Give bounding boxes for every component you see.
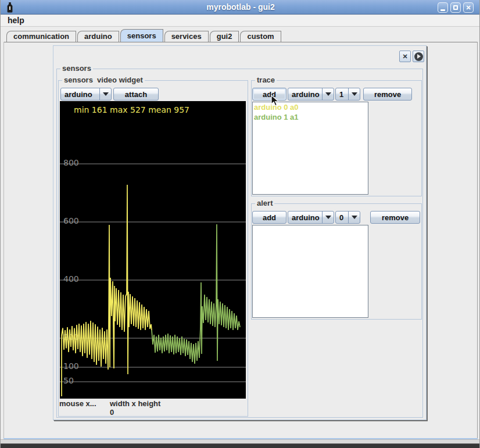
tab-custom[interactable]: custom <box>240 31 281 42</box>
sensor-trace-chart: 80060040020010050min 161 max 527 mean 95… <box>60 101 246 399</box>
mouse-cursor <box>271 95 280 110</box>
svg-text:100: 100 <box>63 361 79 371</box>
trace-remove-button[interactable]: remove <box>363 88 412 101</box>
trace-service-select-value: arduino <box>288 88 322 100</box>
svg-text:400: 400 <box>63 274 79 284</box>
status-width-height-value: 0 <box>110 408 114 417</box>
tab-communication[interactable]: communication <box>6 31 76 42</box>
alert-service-select[interactable]: arduino <box>288 211 334 224</box>
trace-add-button[interactable]: add <box>252 88 286 101</box>
window-title: myrobotlab - gui2 <box>1 2 480 12</box>
panel-close-button[interactable]: ✕ <box>399 51 411 62</box>
chevron-down-icon[interactable] <box>348 212 360 223</box>
alert-remove-button[interactable]: remove <box>370 211 420 224</box>
maximize-icon <box>453 5 458 10</box>
alert-add-button[interactable]: add <box>252 211 286 224</box>
alert-group-title: alert <box>255 199 274 207</box>
close-button[interactable]: ✕ <box>463 2 474 13</box>
play-icon <box>414 52 423 61</box>
video-widget-group-title: sensors video widget <box>62 76 145 84</box>
sensors-group-title: sensors <box>60 64 93 73</box>
svg-text:600: 600 <box>63 216 79 225</box>
tab-arduino[interactable]: arduino <box>77 31 119 42</box>
trace-pin-select[interactable]: 1 <box>335 88 360 101</box>
trace-chart-svg: 80060040020010050min 161 max 527 mean 95… <box>60 101 246 399</box>
trace-list[interactable]: arduino 0 a0arduino 1 a1 <box>252 102 368 195</box>
triangle-glyph <box>325 92 331 96</box>
desktop-strip <box>1 443 480 448</box>
chevron-down-icon[interactable] <box>322 212 334 223</box>
chevron-down-icon[interactable] <box>348 88 360 100</box>
trace-list-item[interactable]: arduino 1 a1 <box>253 112 368 122</box>
panel-close-icon: ✕ <box>402 53 407 60</box>
chevron-down-icon[interactable] <box>99 88 111 100</box>
trace-group-title: trace <box>255 76 277 84</box>
triangle-glyph <box>352 216 357 219</box>
status-mouse-xy: mouse x... <box>59 399 96 408</box>
svg-text:800: 800 <box>63 158 79 167</box>
tab-services[interactable]: services <box>164 31 209 42</box>
minimize-icon <box>440 9 445 11</box>
app-window: myrobotlab - gui2 ✕ help communication a… <box>0 0 480 448</box>
panel-play-button[interactable] <box>413 51 424 62</box>
maximize-button[interactable] <box>450 2 461 13</box>
tab-bar: communication arduino sensors services g… <box>6 29 282 42</box>
sensors-service-panel: ✕ sensors sensors video widget arduino a… <box>53 45 427 420</box>
alert-pin-select[interactable]: 0 <box>335 211 360 224</box>
video-service-select-value: arduino <box>61 88 99 100</box>
chevron-down-icon[interactable] <box>322 88 334 100</box>
alert-pin-select-value: 0 <box>336 212 348 223</box>
triangle-glyph <box>103 92 109 96</box>
status-width-height-label: width x height <box>110 399 160 408</box>
alert-service-select-value: arduino <box>288 212 322 223</box>
trace-list-item[interactable]: arduino 0 a0 <box>253 102 368 112</box>
attach-button[interactable]: attach <box>113 88 159 101</box>
video-service-select[interactable]: arduino <box>60 88 112 101</box>
svg-text:50: 50 <box>63 376 74 385</box>
svg-text:min 161 max 527 mean 957: min 161 max 527 mean 957 <box>74 105 189 114</box>
tab-gui2[interactable]: gui2 <box>210 31 239 42</box>
title-bar: myrobotlab - gui2 ✕ <box>1 0 480 15</box>
triangle-glyph <box>325 216 331 219</box>
frame-bottom-edge <box>1 439 480 443</box>
menu-bar: help <box>1 15 480 27</box>
trace-service-select[interactable]: arduino <box>288 88 334 101</box>
close-icon: ✕ <box>465 5 471 11</box>
menu-help[interactable]: help <box>8 16 24 25</box>
content-edge-right <box>477 42 478 439</box>
alert-list[interactable] <box>252 225 368 318</box>
triangle-glyph <box>352 92 357 96</box>
content-edge-left <box>3 42 4 439</box>
trace-pin-select-value: 1 <box>336 88 348 100</box>
tab-sensors[interactable]: sensors <box>120 29 163 42</box>
tab-content-border <box>3 42 478 42</box>
minimize-button[interactable] <box>438 2 448 13</box>
